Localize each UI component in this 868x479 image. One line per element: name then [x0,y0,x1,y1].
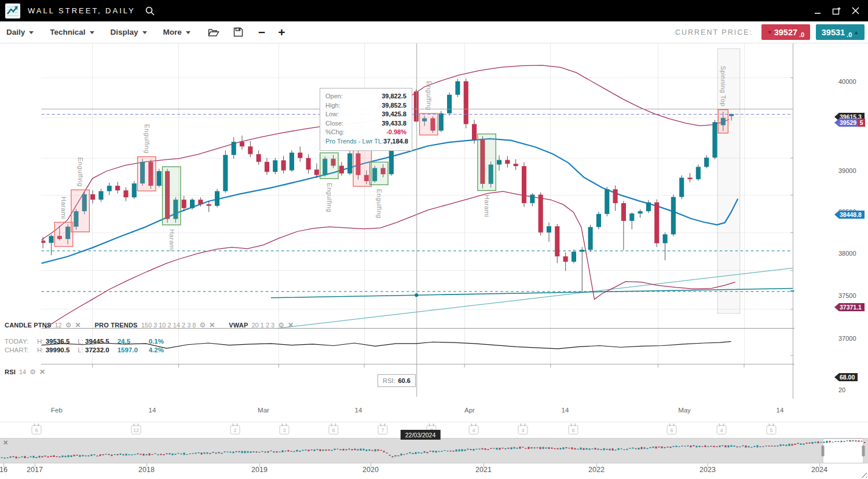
candle [298,153,302,158]
close-icon[interactable]: ✕ [75,322,80,329]
year-label: 2021 [475,466,492,474]
pattern-label: Engulfing [77,157,84,187]
candle [646,202,651,211]
navigator-right-handle [862,445,865,456]
close-icon[interactable] [851,6,860,15]
axis-tick-label: 40000 [838,78,856,85]
legend-vwap: VWAP20 1 2 3⚙✕ [229,322,294,329]
menu-technical[interactable]: Technical [50,28,94,36]
date-chip[interactable]: 6 [329,425,339,434]
pattern-box-engulfing [71,190,89,232]
date-chip[interactable]: 4 [518,425,528,434]
chevron-down-icon [90,31,94,34]
window-controls [814,6,860,16]
candle [439,113,444,131]
zoom-in-icon[interactable]: + [278,27,285,38]
date-chip[interactable]: 4 [469,425,479,434]
gear-icon[interactable]: ⚙ [65,322,72,329]
save-icon[interactable] [233,27,243,37]
date-chip[interactable]: 12 [131,425,141,434]
close-icon[interactable]: ✕ [39,369,45,375]
candle [347,153,352,174]
tooltip-row: Pro Trends - Lwr TL:37,184.8 [325,137,406,146]
popout-icon[interactable] [832,6,841,16]
date-chip[interactable]: 4 [717,425,727,434]
date-chip[interactable]: 2 [230,425,240,434]
year-label: 2022 [588,466,605,474]
gear-icon[interactable]: ⚙ [30,369,36,375]
open-folder-icon[interactable] [208,28,219,37]
date-chip[interactable]: 3 [280,425,290,434]
chevron-down-icon [29,31,34,34]
year-tick [708,463,708,467]
today-range: 24.5 [118,338,141,345]
pattern-label: Engulfing [376,189,383,219]
sell-price-button[interactable]: ▼39527.0 [761,24,810,40]
menu-more[interactable]: More [163,28,191,36]
year-label: 16 [0,466,8,474]
candle [248,146,252,154]
date-chip[interactable]: 6 [32,425,42,434]
buy-price-button[interactable]: 39531.0▲ [816,24,865,40]
candle [107,186,112,191]
legend-params: 150 3 10 2 14 2 3 8 [141,322,196,329]
vwap-anchor-dot [415,293,418,297]
candle [712,122,717,157]
axis-tick-label: 20 [838,386,845,393]
candle [190,200,195,208]
minimize-icon[interactable] [814,7,822,15]
candle [522,166,526,203]
navigator-close-icon[interactable]: ✕ [3,439,8,447]
candle [240,142,244,146]
tooltip-row: Low:39,425.8 [325,110,406,119]
year-label: 2023 [699,466,716,474]
candle [157,171,162,186]
price-chart[interactable]: HaramiEngulfingEngulfingHaramiEngulfingE… [0,43,836,438]
month-label: 14 [562,407,569,414]
gear-icon[interactable]: ⚙ [278,322,284,329]
legend-name: VWAP [229,322,248,329]
search-icon[interactable] [145,6,155,16]
menu-display[interactable]: Display [111,28,147,36]
arrow-up-icon: ▲ [854,30,859,35]
gear-icon[interactable]: ⚙ [199,322,206,329]
price-axis[interactable]: 4000039000385003800037500370002039615.33… [836,43,868,438]
date-chip[interactable]: 7 [378,425,388,434]
zoom-out-icon[interactable]: − [258,27,265,38]
navigator-track[interactable] [0,438,868,463]
legend-candle-ptns: CANDLE PTNS12⚙✕ [5,322,81,329]
pattern-box-spinning-top [718,110,728,134]
tooltip-row: Close:39,433.8 [325,119,406,128]
menu-timeframe[interactable]: Daily [6,28,34,36]
date-chip[interactable]: 5 [767,425,777,434]
month-label: Feb [51,407,63,414]
current-price-label: CURRENT PRICE: [675,28,753,36]
chart-range: 1597.0 [118,347,141,353]
month-label: 14 [777,407,784,414]
candle [621,203,626,221]
year-tick [819,463,820,467]
candle [455,81,460,94]
close-icon[interactable]: ✕ [288,322,294,329]
date-chip[interactable]: 6 [569,425,578,434]
candle [123,190,128,197]
chart-pct: 4.2% [149,347,164,353]
level-axis-marker [790,290,794,292]
year-tick [259,463,260,467]
close-icon[interactable]: ✕ [209,322,215,329]
candle [662,234,667,243]
axis-tick-label: 39000 [838,167,856,174]
resize-handle[interactable] [860,471,867,478]
price-tag: 38448.8 [834,211,865,219]
tooltip-value: 39,433.8 [382,119,406,128]
navigator-chart[interactable] [0,439,868,464]
titlebar: WALL STREET, DAILY [0,0,868,21]
candle [314,170,319,175]
tooltip-value: -0.98% [386,128,406,137]
candle [539,194,543,232]
candle [90,194,95,200]
candle [98,191,103,200]
date-chip[interactable]: 6 [667,425,677,434]
pattern-box-harami [162,167,180,225]
candle [638,211,643,213]
